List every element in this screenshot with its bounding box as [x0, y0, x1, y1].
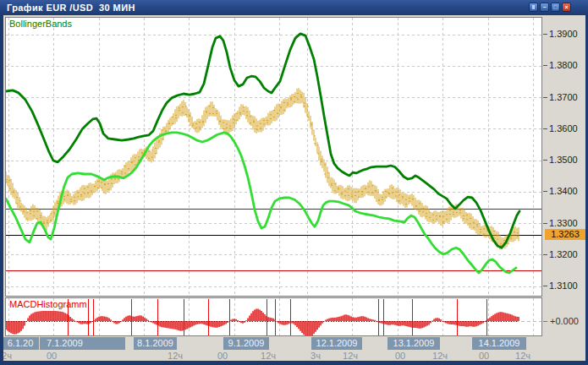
price-axis-tick — [543, 34, 547, 35]
price-chart-panel[interactable]: BollingerBands — [5, 17, 542, 297]
macd-zero-label: +0.000 — [550, 316, 579, 326]
date-label: 14.1.2009 — [472, 337, 526, 350]
current-price-tag: 1.3263 — [545, 229, 585, 240]
window-buttons: ‖−□× — [529, 3, 571, 12]
price-axis-label: 1.3100 — [549, 281, 578, 291]
price-axis-label: 1.3900 — [549, 29, 578, 39]
minimize-button[interactable]: − — [540, 3, 549, 12]
date-label: 8.1.2009 — [134, 337, 177, 350]
date-label: 12.1.2009 — [311, 337, 362, 350]
bollinger-bands-label: BollingerBands — [9, 19, 72, 29]
price-axis-tick — [543, 254, 547, 255]
price-axis-label: 1.3800 — [549, 60, 578, 70]
price-axis-label: 1.3500 — [549, 155, 578, 165]
price-axis-tick — [543, 160, 547, 161]
price-axis-tick — [543, 128, 547, 129]
time-label: 00 — [217, 351, 228, 361]
price-axis-tick — [543, 191, 547, 192]
time-label: 00 — [479, 351, 489, 361]
time-label: 12ч — [343, 351, 358, 361]
price-chart-canvas[interactable] — [6, 18, 541, 296]
date-label: 6.1.20 — [2, 337, 39, 350]
price-axis-label: 1.3200 — [549, 249, 578, 259]
macd-histogram-label: MACDHistogramm — [9, 299, 87, 309]
time-label: 12ч — [432, 351, 448, 361]
maximize-button[interactable]: □ — [551, 3, 560, 12]
price-axis-label: 1.3400 — [549, 186, 578, 196]
price-axis-label: 1.3300 — [549, 218, 578, 228]
price-axis-tick — [543, 223, 547, 224]
date-label: 13.1.2009 — [387, 337, 440, 350]
pause-button[interactable]: ‖ — [529, 3, 538, 12]
macd-panel[interactable]: MACDHistogramm — [5, 297, 542, 336]
window-frame-bottom — [0, 361, 588, 365]
date-label: 7.1.2009 — [40, 337, 125, 350]
window-frame-left — [0, 0, 3, 365]
close-button[interactable]: × — [562, 3, 571, 12]
time-label: 12ч — [168, 351, 183, 361]
date-label: 9.1.2009 — [223, 337, 269, 350]
time-label: 00 — [395, 351, 405, 361]
macd-zero-tick — [543, 321, 547, 322]
price-axis-tick — [543, 286, 547, 286]
chart-window: График EUR /USD 30 МИН ‖−□× BollingerBan… — [0, 0, 588, 365]
price-axis-label: 1.3600 — [549, 123, 578, 133]
time-label: 12ч — [515, 351, 530, 361]
titlebar[interactable]: График EUR /USD 30 МИН ‖−□× — [0, 0, 588, 15]
price-axis-tick — [543, 65, 547, 66]
time-label: 00 — [47, 351, 57, 361]
window-title: График EUR /USD 30 МИН — [0, 3, 135, 13]
time-label: 12ч — [261, 351, 276, 361]
price-axis-label: 1.3700 — [549, 92, 578, 102]
time-label: 3ч — [310, 351, 321, 361]
price-axis-tick — [543, 97, 547, 98]
